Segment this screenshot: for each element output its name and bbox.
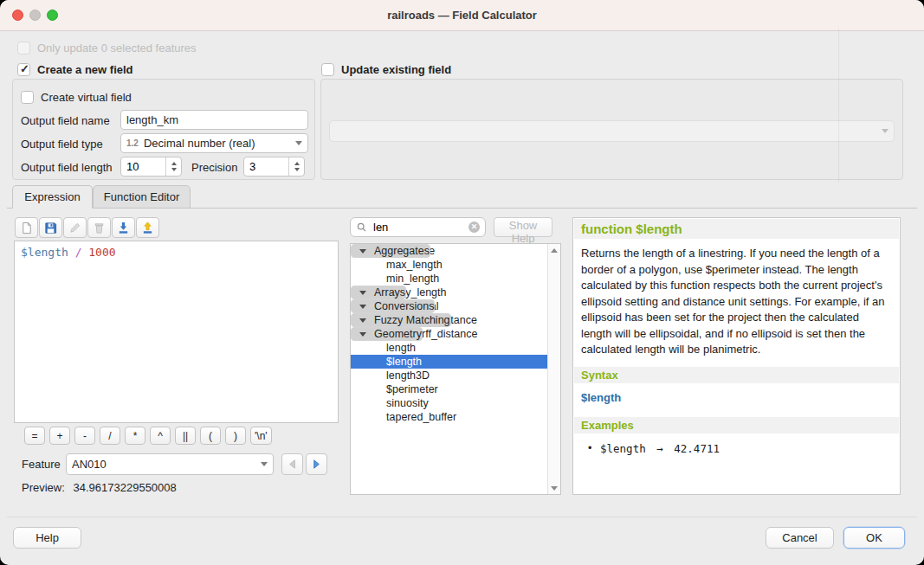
expression-code: $length / 1000 — [21, 246, 332, 259]
function-group-row[interactable]: Fuzzy Matching — [351, 313, 451, 327]
update-existing-field-checkbox[interactable]: Update existing field — [321, 62, 451, 76]
output-field-name-input[interactable] — [120, 110, 308, 130]
example-arrow: → — [652, 442, 668, 455]
function-label: Geometry — [374, 328, 422, 340]
expression-editor[interactable]: $length / 1000 — [14, 241, 339, 423]
function-item-row[interactable]: min_length — [351, 272, 548, 286]
step-up-icon[interactable] — [171, 162, 177, 165]
new-file-icon — [20, 222, 33, 234]
search-icon — [356, 222, 367, 233]
operator-button-power[interactable]: ^ — [150, 427, 171, 445]
operator-button-close-paren[interactable]: ) — [225, 427, 246, 445]
function-group-row[interactable]: Aggregates — [351, 244, 430, 258]
scroll-down-icon[interactable] — [548, 482, 560, 494]
stepper[interactable] — [165, 157, 181, 176]
chevron-down-icon[interactable] — [359, 318, 366, 323]
output-field-length-spinbox[interactable] — [120, 157, 182, 177]
function-item-row[interactable]: $perimeter — [351, 382, 548, 396]
operator-button-open-paren[interactable]: ( — [200, 427, 221, 445]
operator-button-eq[interactable]: = — [24, 427, 45, 445]
edit-expression-button — [63, 217, 87, 238]
footer-divider — [7, 517, 917, 517]
chevron-down-icon[interactable] — [359, 249, 366, 254]
stepper[interactable] — [288, 157, 304, 176]
help-example: $length → 42.4711 — [574, 433, 899, 455]
function-item-row[interactable]: tapered_buffer — [351, 410, 548, 424]
chevron-down-icon — [882, 129, 888, 133]
step-down-icon[interactable] — [294, 168, 300, 171]
operator-button-divide[interactable]: / — [100, 427, 120, 445]
precision-input[interactable] — [244, 157, 288, 176]
zoom-button[interactable] — [47, 10, 58, 21]
output-field-type-combo[interactable]: 1.2 Decimal number (real) — [120, 133, 308, 153]
checkbox-box[interactable] — [21, 91, 34, 104]
function-group-row[interactable]: Conversions — [351, 299, 435, 313]
delete-expression-button — [87, 217, 111, 238]
function-label: $perimeter — [386, 383, 438, 395]
save-expression-button[interactable] — [39, 217, 62, 238]
function-item-row[interactable]: max_length — [351, 258, 548, 272]
function-item-row[interactable]: length — [351, 341, 548, 355]
help-button[interactable]: Help — [13, 527, 81, 549]
import-expression-button[interactable] — [112, 217, 135, 238]
operator-buttons: =+-/*^||()'\n' — [24, 427, 272, 445]
tree-scrollbar[interactable] — [547, 244, 560, 494]
tab-expression[interactable]: Expression — [12, 185, 93, 209]
ok-button[interactable]: OK — [843, 527, 905, 549]
checkbox-box[interactable] — [17, 63, 30, 76]
import-icon — [117, 222, 130, 234]
checkbox-box[interactable] — [321, 63, 334, 76]
export-expression-button[interactable] — [136, 217, 159, 238]
new-expression-button[interactable] — [15, 217, 38, 238]
cancel-button[interactable]: Cancel — [766, 527, 834, 549]
chevron-down-icon[interactable] — [359, 291, 366, 295]
function-label: $length — [386, 356, 422, 368]
chevron-down-icon[interactable] — [359, 332, 366, 337]
search-input[interactable] — [372, 220, 464, 234]
window-title: railroads — Field Calculator — [0, 0, 924, 30]
operator-button-minus[interactable]: - — [74, 427, 95, 445]
function-label: max_length — [386, 259, 443, 271]
operator-button-concat[interactable]: || — [175, 427, 196, 445]
function-label: Arrays — [374, 286, 405, 299]
example-expression: $length — [600, 442, 646, 455]
scroll-area-divider — [838, 29, 839, 183]
function-label: tapered_buffer — [386, 411, 456, 423]
chevron-down-icon[interactable] — [359, 305, 366, 309]
titlebar[interactable]: railroads — Field Calculator — [0, 0, 924, 31]
previous-arrow-icon — [287, 459, 298, 470]
tab-function-editor[interactable]: Function Editor — [93, 185, 191, 209]
operator-button-plus[interactable]: + — [49, 427, 70, 445]
code-token: 1000 — [88, 246, 115, 259]
precision-label: Precision — [191, 161, 237, 174]
preview-value: 34.96173229550008 — [73, 481, 176, 494]
feature-combo[interactable]: AN010 — [66, 453, 274, 475]
export-icon — [141, 222, 154, 234]
create-new-field-checkbox[interactable]: Create a new field — [17, 62, 133, 76]
previous-feature-button — [281, 453, 303, 475]
function-group-row[interactable]: Geometry — [351, 327, 423, 341]
next-arrow-icon — [311, 459, 322, 470]
step-up-icon[interactable] — [294, 162, 300, 165]
feature-value: AN010 — [72, 458, 107, 471]
scroll-up-icon[interactable] — [548, 244, 560, 256]
function-label: sinuosity — [386, 397, 429, 409]
output-field-length-input[interactable] — [121, 157, 165, 176]
next-feature-button[interactable] — [306, 453, 327, 475]
pencil-icon — [68, 222, 81, 234]
precision-spinbox[interactable] — [243, 157, 305, 177]
create-virtual-field-checkbox[interactable]: Create virtual field — [21, 90, 132, 104]
function-item-row[interactable]: length3D — [351, 369, 548, 382]
function-item-row[interactable]: sinuosity — [351, 396, 548, 410]
clear-search-icon[interactable]: ✕ — [468, 222, 480, 233]
operator-button-newline[interactable]: '\n' — [250, 427, 272, 445]
code-token: $length — [21, 246, 68, 259]
operator-button-multiply[interactable]: * — [125, 427, 145, 445]
field-calculator-dialog: railroads — Field Calculator Only update… — [0, 0, 924, 565]
step-down-icon[interactable] — [171, 168, 177, 171]
function-item-row[interactable]: $length — [351, 355, 548, 369]
close-button[interactable] — [12, 10, 23, 21]
function-group-row[interactable]: Arrays — [351, 286, 406, 299]
function-search[interactable]: ✕ — [350, 217, 486, 237]
output-field-type-value: Decimal number (real) — [144, 137, 255, 150]
